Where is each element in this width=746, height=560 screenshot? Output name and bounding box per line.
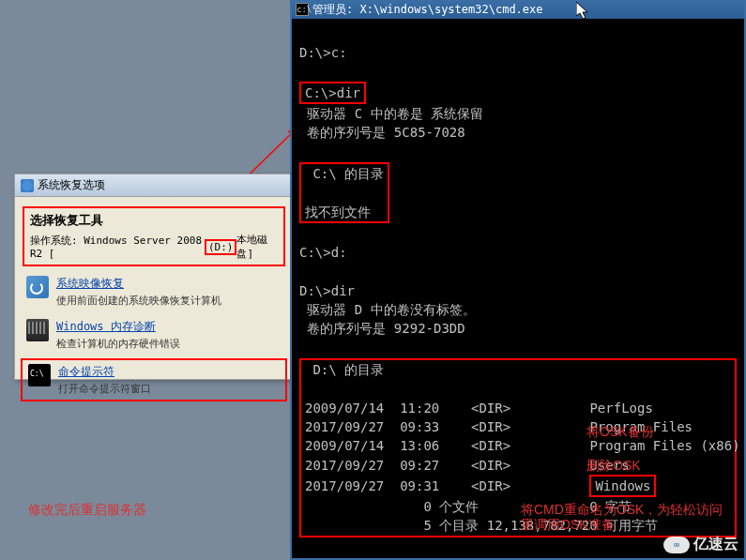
watermark: ∞ 亿速云 [663, 535, 738, 554]
memory-diag-desc: 检查计算机的内存硬件错误 [56, 337, 180, 351]
highlight-d-dir-listing: D:\ 的目录 2009/07/14 11:20 <DIR> PerfLogs … [299, 358, 737, 537]
cmd-line: 卷的序列号是 9292-D3DD [299, 321, 465, 336]
dir-row-prefix: 2017/09/27 09:31 <DIR> [305, 478, 589, 493]
recovery-heading: 选择恢复工具 [30, 212, 278, 229]
os-drive-highlight: (D:) [205, 239, 237, 255]
cmd-line: 找不到文件 [305, 204, 371, 219]
watermark-text: 亿速云 [693, 535, 738, 554]
memory-chip-icon [26, 319, 49, 341]
recovery-os-line: 操作系统: Windows Server 2008 R2 [ (D:) 本地磁盘… [30, 233, 278, 261]
restore-icon [26, 276, 49, 298]
dir-row: 2017/09/27 09:27 <DIR> Users [305, 458, 630, 473]
shield-icon [21, 179, 34, 192]
cmd-line: 驱动器 C 中的卷是 系统保留 [299, 106, 483, 121]
dir-row: 2017/09/27 09:31 <DIR> Windows [305, 478, 656, 493]
dir-row: 2009/07/14 11:20 <DIR> PerfLogs [305, 401, 653, 416]
dir-summary: 0 个文件 0 字节 [305, 499, 632, 514]
cmd-line: C:\>dir [305, 85, 360, 100]
recovery-title-text: 系统恢复选项 [38, 177, 105, 193]
cmd-window: c:\ 管理员: X:\windows\system32\cmd.exe D:\… [290, 0, 746, 560]
cmd-line: C:\ 的目录 [305, 166, 384, 181]
cmd-line: D:\ 的目录 [305, 362, 384, 377]
memory-diag-link[interactable]: Windows 内存诊断 [56, 319, 180, 335]
recovery-item-cmd-prompt[interactable]: 命令提示符 打开命令提示符窗口 [21, 358, 287, 401]
terminal-icon: c:\ [296, 3, 309, 16]
highlight-c-dir-block: C:\ 的目录 找不到文件 [299, 162, 389, 223]
cmd-titlebar[interactable]: c:\ 管理员: X:\windows\system32\cmd.exe [292, 0, 744, 19]
recovery-heading-box: 选择恢复工具 操作系统: Windows Server 2008 R2 [ (D… [23, 206, 285, 266]
recovery-item-memory-diag[interactable]: Windows 内存诊断 检查计算机的内存硬件错误 [15, 313, 293, 356]
recovery-item-image-restore[interactable]: 系统映像恢复 使用前面创建的系统映像恢复计算机 [15, 270, 293, 313]
dir-row: 2017/09/27 09:33 <DIR> Program Files [305, 419, 693, 434]
dir-summary: 5 个目录 12,138,782,720 可用字节 [305, 518, 658, 533]
system-recovery-dialog: 系统恢复选项 选择恢复工具 操作系统: Windows Server 2008 … [14, 174, 294, 380]
cmd-line: C:\>d: [299, 245, 347, 260]
cmd-line: D:\>c: [299, 45, 347, 60]
cmd-line: 驱动器 D 中的卷没有标签。 [299, 302, 476, 317]
cmd-prompt-desc: 打开命令提示符窗口 [58, 382, 151, 396]
cmd-title-text: 管理员: X:\windows\system32\cmd.exe [312, 2, 543, 18]
cmd-output[interactable]: D:\>c: C:\>dir 驱动器 C 中的卷是 系统保留 卷的序列号是 5C… [292, 19, 744, 560]
highlight-dir-c: C:\>dir [299, 82, 366, 104]
os-suffix: 本地磁盘] [236, 233, 278, 261]
image-restore-desc: 使用前面创建的系统映像恢复计算机 [56, 294, 221, 308]
cmd-line: D:\>dir [299, 283, 355, 298]
dir-row: 2009/07/14 13:06 <DIR> Program Files (x8… [305, 438, 740, 453]
annotation-reboot: 修改完后重启服务器 [28, 502, 146, 519]
recovery-titlebar[interactable]: 系统恢复选项 [15, 174, 293, 197]
image-restore-link[interactable]: 系统映像恢复 [56, 276, 221, 292]
os-prefix: 操作系统: Windows Server 2008 R2 [ [30, 234, 205, 260]
cmd-line: 卷的序列号是 5C85-7028 [299, 125, 465, 140]
highlight-windows-folder: Windows [589, 475, 656, 497]
cmd-prompt-link[interactable]: 命令提示符 [58, 364, 151, 380]
cloud-icon: ∞ [663, 537, 690, 553]
cmd-icon [28, 364, 51, 386]
